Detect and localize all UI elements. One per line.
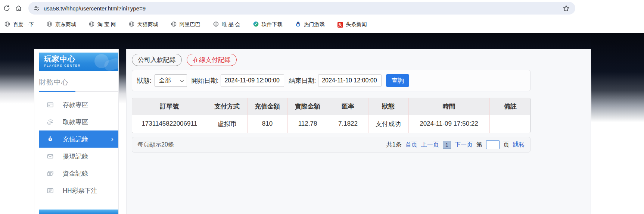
- column-header: 狀態: [368, 98, 408, 115]
- current-page[interactable]: 1: [443, 141, 451, 149]
- bookmark-item[interactable]: 京东商城: [47, 21, 76, 28]
- sidebar-item-label: 充值記錄: [63, 135, 88, 144]
- browser-toolbar: usa58.tv/hhcp/usercenter.html?iniType=9: [0, 0, 644, 16]
- bookmark-item[interactable]: 阿里巴巴: [171, 21, 200, 28]
- players-center-banner: 玩家中心 PLAYERS CENTER: [39, 53, 118, 71]
- sidebar-item-withdrawal-records[interactable]: 提現記錄: [39, 148, 118, 165]
- page-content: 玩家中心 PLAYERS CENTER 財務中心 存款專區 取款專區 ¥ 充值記: [0, 33, 644, 214]
- globe-icon: [4, 21, 10, 28]
- column-header: 支付方式: [207, 98, 247, 115]
- search-button[interactable]: 查詢: [386, 74, 409, 87]
- software-download-icon: [253, 21, 259, 28]
- sidebar-menu: 存款專區 取款專區 ¥ 充值記錄 › 提現記錄 資金記錄: [34, 96, 118, 199]
- chevron-down-icon: [180, 78, 184, 82]
- url-text[interactable]: usa58.tv/hhcp/usercenter.html?iniType=9: [44, 5, 562, 12]
- sidebar-item-label: 提現記錄: [63, 152, 88, 161]
- record-tabs: 公司入款記錄 在線支付記錄: [132, 54, 591, 66]
- pagination-bar: 每頁顯示20條 共1条 首页 上一页 1 下一页 第 页 跳转: [132, 137, 531, 152]
- column-header: 訂單號: [132, 98, 207, 115]
- total-count: 共1条: [386, 141, 402, 149]
- chevron-right-icon: ›: [111, 134, 113, 143]
- main-panel: 公司入款記錄 在線支付記錄 狀態: 全部 開始日期: 結束日期: 查詢: [126, 49, 591, 214]
- jump-label-post: 页: [503, 141, 509, 149]
- sidebar-item-label: 取款專區: [63, 118, 88, 126]
- wallet-icon: [46, 152, 54, 160]
- sidebar: 玩家中心 PLAYERS CENTER 財務中心 存款專區 取款專區 ¥ 充值記: [34, 49, 119, 214]
- deposit-icon: [46, 101, 54, 109]
- prev-page-link[interactable]: 上一页: [421, 141, 439, 149]
- sidebar-item-label: HH彩票下注: [63, 186, 97, 195]
- next-section-banner: [39, 210, 118, 214]
- column-header: 時間: [408, 98, 489, 115]
- bookmarks-bar: 百度一下 京东商城 淘 宝 网 天猫商城 阿里巴巴 唯 品 会: [0, 16, 644, 33]
- table-cell: 虚拟币: [207, 115, 247, 133]
- status-label: 狀態:: [137, 76, 152, 85]
- globe-icon: [171, 21, 177, 28]
- column-header: 實際金額: [287, 98, 328, 115]
- status-select[interactable]: 全部: [155, 74, 187, 87]
- globe-icon: [213, 21, 219, 28]
- bookmark-item[interactable]: 天猫商城: [129, 21, 158, 28]
- table-cell: [489, 115, 531, 133]
- column-header: 匯率: [328, 98, 368, 115]
- svg-text:¥: ¥: [49, 138, 51, 141]
- home-icon[interactable]: [13, 2, 25, 14]
- screen: usa58.tv/hhcp/usercenter.html?iniType=9 …: [0, 0, 644, 214]
- table-cell: 支付成功: [368, 115, 408, 133]
- sidebar-item-withdraw[interactable]: 取款專區: [39, 113, 118, 130]
- table-cell: 112.78: [287, 115, 328, 133]
- page-size-text: 每頁顯示20條: [137, 141, 174, 149]
- table-cell: 1731145822006911: [132, 115, 207, 133]
- globe-icon: [89, 21, 94, 28]
- globe-icon: [47, 21, 52, 28]
- background-image-right: [591, 33, 644, 126]
- tab-company-deposit-records[interactable]: 公司入款記錄: [132, 54, 182, 66]
- table-cell: 2024-11-09 17:50:22: [408, 115, 489, 133]
- column-header: 備註: [489, 98, 531, 115]
- moneybag-icon: ¥: [46, 135, 54, 143]
- start-date-input[interactable]: [221, 74, 284, 87]
- toutiao-icon: 头: [337, 22, 343, 28]
- table-header-row: 訂單號 支付方式 充值金額 實際金額 匯率 狀態 時間 備註: [132, 98, 531, 115]
- sidebar-item-label: 存款專區: [63, 101, 88, 109]
- finance-section-heading: 財務中心: [39, 78, 118, 92]
- table-cell: 7.1822: [328, 115, 368, 133]
- next-page-link[interactable]: 下一页: [455, 141, 473, 149]
- withdraw-icon: [46, 118, 54, 126]
- bookmark-star-icon[interactable]: [562, 4, 570, 12]
- sidebar-item-deposit[interactable]: 存款專區: [39, 96, 118, 113]
- column-header: 充值金額: [247, 98, 287, 115]
- site-settings-icon[interactable]: [34, 5, 40, 12]
- banknotes-icon: [46, 169, 54, 177]
- sidebar-item-funds-records[interactable]: 資金記錄: [39, 165, 118, 182]
- sidebar-item-recharge-records[interactable]: ¥ 充值記錄 ›: [39, 130, 118, 148]
- end-date-label: 結束日期:: [289, 76, 316, 85]
- bookmark-item[interactable]: 热门游戏: [295, 21, 325, 28]
- bookmark-item[interactable]: 唯 品 会: [213, 21, 240, 28]
- status-select-value: 全部: [159, 77, 171, 85]
- records-table: 訂單號 支付方式 充值金額 實際金額 匯率 狀態 時間 備註 173114582: [132, 98, 531, 133]
- tab-online-payment-records[interactable]: 在線支付記錄: [187, 54, 237, 66]
- bookmark-item[interactable]: 百度一下: [4, 21, 34, 28]
- active-underline: [39, 91, 75, 92]
- bookmark-item[interactable]: 软件下载: [253, 21, 283, 28]
- sidebar-item-lottery-bets[interactable]: HH彩票下注: [39, 182, 118, 199]
- jump-button[interactable]: 跳转: [513, 141, 525, 149]
- filter-bar: 狀態: 全部 開始日期: 結束日期: 查詢: [132, 70, 531, 91]
- penguin-icon: [295, 21, 301, 28]
- url-bar[interactable]: usa58.tv/hhcp/usercenter.html?iniType=9: [28, 2, 575, 15]
- first-page-link[interactable]: 首页: [405, 141, 417, 149]
- table-row: 1731145822006911 虚拟币 810 112.78 7.1822 支…: [132, 115, 531, 133]
- jump-page-input[interactable]: [486, 140, 500, 149]
- end-date-input[interactable]: [318, 74, 382, 87]
- reload-icon[interactable]: [1, 2, 13, 14]
- globe-icon: [129, 21, 134, 28]
- sidebar-item-label: 資金記錄: [63, 169, 88, 178]
- list-icon: [46, 186, 54, 195]
- start-date-label: 開始日期:: [192, 76, 219, 85]
- bookmark-item[interactable]: 头 头条新闻: [337, 21, 367, 28]
- jump-label-pre: 第: [476, 141, 482, 149]
- table-cell: 810: [247, 115, 287, 133]
- bookmark-item[interactable]: 淘 宝 网: [89, 21, 116, 28]
